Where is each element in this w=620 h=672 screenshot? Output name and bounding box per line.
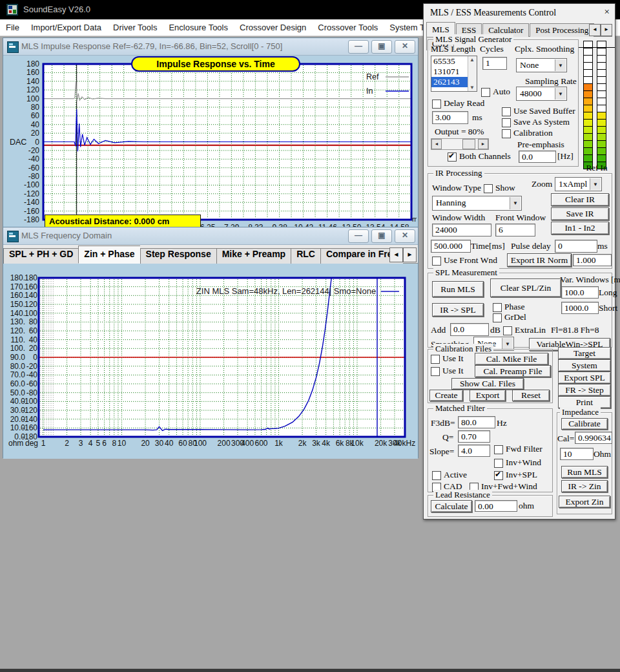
ir-to-zin-button[interactable]: IR -> Zin (561, 480, 608, 492)
taskbar-edge (0, 669, 620, 672)
auto-checkbox[interactable] (481, 88, 490, 97)
show-checkbox[interactable] (484, 184, 493, 193)
freq-tab-rlc[interactable]: RLC (291, 248, 320, 264)
scroll-up-icon[interactable]: ▲ (470, 57, 475, 63)
freq-restore-icon[interactable]: ▣ (371, 229, 392, 243)
window-width-input[interactable]: 24000 (432, 224, 491, 236)
reset-button[interactable]: Reset (512, 390, 550, 401)
impulse-window-titlebar[interactable]: MLS Impulse Response Ref=-62.79, In=-66.… (3, 38, 418, 56)
target-button[interactable]: Target (558, 347, 611, 359)
panel-close-icon[interactable]: × (604, 6, 610, 17)
calculate-button[interactable]: Calculate (431, 500, 472, 512)
export-spl-button[interactable]: Export SPL (558, 372, 611, 384)
inv-wind-checkbox[interactable] (494, 459, 503, 468)
delay-input[interactable]: 3.00 (432, 111, 468, 124)
zoom-dropdown[interactable]: 1xAmpl (555, 177, 602, 191)
f3db-label: F3dB= (431, 418, 455, 428)
clear-ir-button[interactable]: Clear IR (551, 193, 609, 206)
impedance-run-mls-button[interactable]: Run MLS (561, 466, 608, 478)
panel-tab-post-processing[interactable]: Post Processing (530, 23, 594, 37)
window-type-dropdown[interactable]: Hanning (432, 196, 522, 211)
save-as-system-checkbox[interactable] (502, 118, 511, 127)
tab-scroll-left-icon[interactable]: ◄ (389, 247, 403, 262)
svg-text:20: 20 (29, 344, 38, 353)
cycles-input[interactable]: 1 (482, 57, 507, 70)
front-window-input[interactable]: 6 (495, 224, 535, 236)
use-mike-cal-checkbox[interactable] (431, 355, 440, 364)
lead-resistance-input[interactable]: 0.00 (475, 500, 517, 512)
time-input[interactable]: 500.000 (431, 240, 471, 253)
extralin-checkbox[interactable] (503, 326, 512, 335)
show-label: Show (495, 183, 515, 193)
panel-tab-scroll-left-icon[interactable]: ◄ (589, 24, 601, 36)
sampling-rate-dropdown[interactable]: 48000 (516, 87, 567, 101)
fwd-filter-checkbox[interactable] (494, 445, 503, 454)
impulse-close-icon[interactable]: ✕ (395, 40, 415, 54)
listbox-scrollbar[interactable]: ▲▼ (468, 56, 477, 91)
freq-window-titlebar[interactable]: MLS Frequency Domain — ▣ ✕ (3, 227, 418, 245)
slider-right-icon[interactable]: ► (478, 139, 488, 149)
slider-thumb[interactable] (462, 139, 475, 149)
calibration-checkbox[interactable] (502, 129, 511, 138)
inv-spl-checkbox[interactable] (494, 471, 503, 480)
export-button[interactable]: Export (470, 390, 506, 401)
export-ir-norm-button[interactable]: Export IR Norm (507, 253, 572, 267)
impedance-ohm-input[interactable]: 10 (560, 448, 594, 460)
delay-read-checkbox[interactable] (432, 100, 441, 109)
impulse-minimize-icon[interactable]: — (348, 40, 369, 54)
add-db-input[interactable]: 0.0 (450, 323, 489, 336)
create-button[interactable]: Create (429, 390, 463, 401)
use-saved-buffer-checkbox[interactable] (502, 107, 511, 116)
matched-filter-group: Matched Filter F3dB= 80.0 Hz Q= 0.70 Slo… (428, 408, 553, 492)
menu-item-enclosure-tools[interactable]: Enclosure Tools (163, 19, 234, 36)
freq-tab-mike-preamp[interactable]: Mike + Preamp (216, 248, 291, 264)
fr-step-button[interactable]: FR -> Step (558, 384, 611, 396)
menu-item-crossover-design[interactable]: Crossover Design (234, 19, 312, 36)
system-button[interactable]: System (558, 359, 611, 372)
grdel-checkbox[interactable] (493, 313, 502, 322)
in1-in2-button[interactable]: In1 - In2 (551, 222, 609, 235)
menu-item-file[interactable]: File (0, 19, 25, 36)
impulse-restore-icon[interactable]: ▣ (371, 40, 392, 54)
tab-scroll-right-icon[interactable]: ► (403, 247, 417, 262)
long-window-input[interactable]: 100.0 (561, 286, 599, 299)
output-level-slider[interactable]: ◄ ► (431, 138, 489, 150)
phase-checkbox[interactable] (493, 303, 502, 312)
cplx-smoothing-dropdown[interactable]: None (516, 58, 567, 72)
freq-minimize-icon[interactable]: — (348, 229, 369, 243)
export-zin-button[interactable]: Export Zin (559, 496, 610, 508)
pulse-delay-input[interactable]: 0 (555, 240, 597, 253)
run-mls-button[interactable]: Run MLS (432, 281, 484, 297)
slider-left-icon[interactable]: ◄ (431, 139, 442, 149)
mls-length-listbox[interactable]: 65535131071262143▲▼ (431, 56, 477, 92)
menu-item-crossover-tools[interactable]: Crossover Tools (312, 19, 384, 36)
f3db-input[interactable]: 80.0 (458, 416, 495, 428)
freq-tab-step-response[interactable]: Step Response (140, 248, 216, 264)
active-checkbox[interactable] (432, 471, 441, 480)
clear-spl-zin-button[interactable]: Clear SPL/Zin (490, 278, 561, 297)
both-channels-checkbox[interactable] (448, 152, 457, 162)
cal-mike-file-button[interactable]: Cal. Mike File (475, 353, 548, 365)
use-preamp-cal-checkbox[interactable] (431, 367, 440, 376)
slope-input[interactable]: 4.0 (458, 445, 490, 457)
impulse-window-icon (7, 41, 19, 53)
ir-norm-input[interactable]: 1.000 (573, 254, 612, 266)
show-cal-files-button[interactable]: Show Cal. Files (451, 378, 524, 390)
inv-wind-label: Inv+Wind (506, 457, 541, 468)
q-input[interactable]: 0.70 (458, 430, 490, 443)
cal-preamp-file-button[interactable]: Cal. Preamp File (475, 365, 551, 377)
scroll-down-icon[interactable]: ▼ (470, 85, 475, 90)
pre-emphasis-input[interactable]: 0.0 (519, 151, 556, 163)
menu-item-driver-tools[interactable]: Driver Tools (107, 19, 163, 36)
menu-item-import-export-data[interactable]: Import/Export Data (25, 19, 107, 36)
ir-to-spl-button[interactable]: IR -> SPL (432, 303, 484, 317)
use-front-wnd-checkbox[interactable] (432, 257, 441, 266)
freq-tab-zin-phase[interactable]: Zin + Phase (78, 246, 140, 264)
panel-tab-scroll-right-icon[interactable]: ► (601, 24, 612, 36)
save-ir-button[interactable]: Save IR (551, 207, 609, 220)
calibrate-button[interactable]: Calibrate (561, 418, 608, 430)
cal-input[interactable]: 0.990634 (575, 432, 612, 444)
short-window-input[interactable]: 1000.0 (561, 302, 599, 314)
freq-tab-spl-ph-gd[interactable]: SPL + PH + GD (3, 248, 78, 264)
freq-close-icon[interactable]: ✕ (395, 229, 415, 243)
